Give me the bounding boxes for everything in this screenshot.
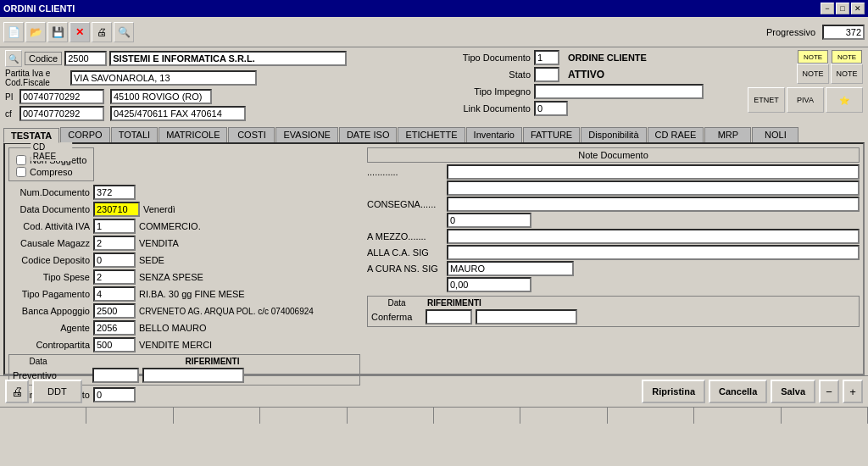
print-button[interactable]: 🖨 [92, 22, 112, 42]
a-mezzo-input[interactable] [447, 229, 860, 244]
banca-appoggio-text: CRVENETO AG. ARQUA POL. c/c 074006924 [136, 307, 317, 316]
alla-ca-row: ALLA C.A. SIG [367, 245, 860, 260]
ddt-button[interactable]: DDT [32, 380, 82, 403]
causale-magaz-input[interactable] [93, 236, 136, 251]
cancella-button[interactable]: Cancella [709, 380, 767, 403]
tab-disponibilita[interactable]: Disponibilità [581, 127, 646, 142]
company-name-input[interactable] [109, 51, 347, 66]
note-row-1: ............ [367, 164, 860, 180]
right-panel: Note Documento ............ CONSEGNA....… [367, 147, 860, 370]
conferma-rif-input[interactable] [476, 309, 577, 325]
consegna-num-input[interactable] [447, 213, 531, 228]
cd-raee-group: CD RAEE Non Soggetto Compreso [8, 147, 94, 181]
data-conf-label: Data [371, 298, 422, 308]
tab-cd-raee[interactable]: CD RAEE [648, 127, 704, 142]
ripristina-button[interactable]: Ripristina [642, 380, 705, 403]
tab-date-iso[interactable]: DATE ISO [339, 127, 398, 142]
tab-etichette[interactable]: ETICHETTE [398, 127, 465, 142]
preventivo-rif-input[interactable] [142, 368, 244, 383]
agente-input[interactable] [93, 320, 136, 336]
progressivo-input[interactable] [822, 25, 865, 40]
tab-totali[interactable]: TOTALI [111, 127, 159, 142]
open-button[interactable]: 📂 [25, 22, 46, 42]
tab-corpo[interactable]: CORPO [60, 127, 109, 142]
stato-input[interactable] [534, 67, 559, 82]
codice-label: Codice [25, 52, 62, 65]
note-btn1[interactable]: NOTE [797, 64, 829, 84]
compreso-checkbox[interactable] [16, 167, 26, 177]
etnet-button[interactable]: ETNET [748, 87, 785, 113]
codice-deposito-input[interactable] [93, 252, 136, 268]
city-input[interactable] [110, 89, 212, 104]
codice-input[interactable] [64, 51, 107, 66]
phone-input[interactable] [110, 106, 246, 121]
close-button[interactable]: ✕ [851, 3, 865, 14]
cf-input[interactable] [19, 106, 104, 121]
pi-row: PI [5, 89, 441, 104]
preventivo-data-input[interactable] [92, 368, 139, 383]
codice-deposito-label: Codice Deposito [8, 255, 93, 265]
data-documento-input[interactable] [93, 202, 140, 217]
codice-icon[interactable]: 🔍 [5, 50, 22, 67]
consegna-input[interactable] [447, 197, 860, 212]
link-doc-header-label: Link Documento [446, 103, 531, 114]
salva-button[interactable]: Salva [771, 380, 815, 403]
banca-appoggio-input[interactable] [93, 303, 136, 319]
cd-raee-title: CD RAEE [31, 142, 73, 161]
piva-button[interactable]: PIVA [787, 87, 824, 113]
save-toolbar-button[interactable]: 💾 [47, 22, 68, 42]
tipo-impegno-input[interactable] [534, 84, 704, 99]
tipo-spese-input[interactable] [93, 269, 136, 285]
footer-print-button[interactable]: 🖨 [5, 380, 29, 403]
tab-noli[interactable]: NOLI [752, 127, 798, 142]
preview-button[interactable]: 🔍 [114, 22, 134, 42]
minimize-button[interactable]: − [821, 3, 834, 14]
address-input[interactable] [70, 70, 257, 86]
cf-label: cf [5, 109, 17, 119]
conferma-data-input[interactable] [426, 309, 472, 325]
note-input-2[interactable] [447, 180, 860, 196]
maximize-button[interactable]: □ [836, 3, 849, 14]
tipo-doc-row: Tipo Documento ORDINE CLIENTE [446, 50, 743, 65]
data-documento-label: Data Documento [8, 204, 93, 214]
tab-testata[interactable]: TESTATA [3, 128, 59, 143]
note-btn2[interactable]: NOTE [831, 64, 863, 84]
toolbar-right: Progressivo [766, 25, 865, 40]
tab-costi[interactable]: COSTI [228, 127, 275, 142]
link-doc-header-input[interactable] [534, 101, 568, 116]
toolbar: 📄 📂 💾 ✕ 🖨 🔍 Progressivo [0, 17, 868, 47]
tipo-doc-input[interactable] [534, 50, 559, 65]
status-cell-3 [174, 408, 260, 424]
consegna-row: CONSEGNA...... [367, 197, 860, 212]
exit-button[interactable]: ✕ [70, 22, 90, 42]
agente-row: Agente BELLO MAURO [8, 320, 360, 336]
non-soggetto-checkbox[interactable] [16, 155, 26, 165]
tipo-pagamento-input[interactable] [93, 286, 136, 302]
a-cura-label: A CURA NS. SIG [367, 264, 443, 274]
status-cell-5 [348, 408, 434, 424]
alla-ca-input[interactable] [447, 245, 860, 260]
status-cell-2 [86, 408, 173, 424]
note-input-1[interactable] [447, 164, 860, 180]
link-documento-input[interactable] [93, 387, 136, 402]
contropartita-input[interactable] [93, 337, 136, 352]
codice-deposito-row: Codice Deposito SEDE [8, 252, 360, 268]
tab-matricole[interactable]: MATRICOLE [159, 127, 227, 142]
a-cura-input[interactable] [447, 261, 574, 276]
plus-button[interactable]: + [843, 380, 863, 403]
status-cell-8 [608, 408, 694, 424]
tab-fatture[interactable]: FATTURE [523, 127, 580, 142]
num-documento-input[interactable] [93, 185, 136, 200]
cod-attivita-label: Cod. Attività IVA [8, 221, 93, 231]
tab-evasione[interactable]: EVASIONE [275, 127, 337, 142]
minus-button[interactable]: − [819, 380, 839, 403]
star-button[interactable]: ⭐ [826, 87, 863, 113]
last-value-input[interactable] [447, 277, 531, 292]
tab-inventario[interactable]: Inventario [466, 127, 522, 142]
tab-mrp[interactable]: MRP [704, 127, 751, 142]
agente-label: Agente [8, 323, 93, 333]
cod-attivita-input[interactable] [93, 219, 136, 234]
new-button[interactable]: 📄 [3, 22, 24, 42]
a-mezzo-row: A MEZZO....... [367, 229, 860, 244]
pi-input[interactable] [19, 89, 104, 104]
